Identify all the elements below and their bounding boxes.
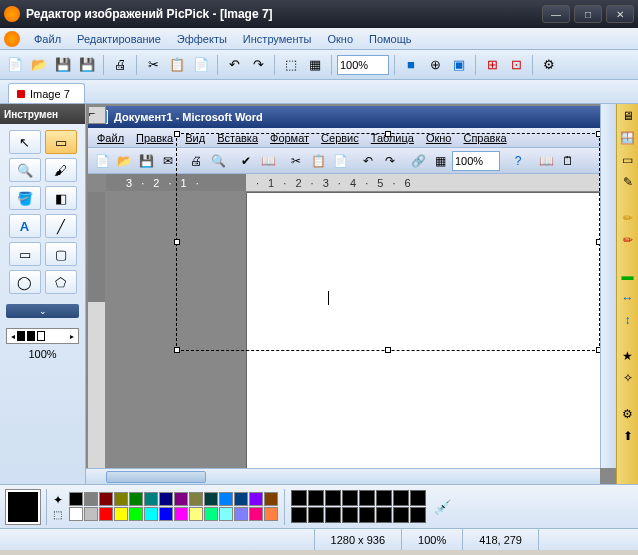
swatch[interactable] — [264, 507, 278, 521]
swatch[interactable] — [219, 507, 233, 521]
arrow-left-icon[interactable]: ↔ — [620, 290, 636, 306]
swatch[interactable] — [234, 492, 248, 506]
word-print-button[interactable]: 🖨 — [186, 151, 206, 171]
swatch[interactable] — [114, 507, 128, 521]
canvas[interactable]: Документ1 - Microsoft Word Файл Правка В… — [88, 106, 600, 468]
word-menu-edit[interactable]: Правка — [131, 130, 178, 146]
open-button[interactable]: 📂 — [28, 54, 50, 76]
word-page[interactable] — [246, 192, 600, 468]
menu-tools[interactable]: Инструменты — [235, 30, 320, 48]
word-preview-button[interactable]: 🔍 — [208, 151, 228, 171]
word-help-button[interactable]: ? — [508, 151, 528, 171]
word-research-button[interactable]: 📖 — [258, 151, 278, 171]
swatch[interactable] — [234, 507, 248, 521]
canvas-button[interactable]: ▦ — [304, 54, 326, 76]
grid2-button[interactable]: ⊡ — [505, 54, 527, 76]
swatch[interactable] — [189, 507, 203, 521]
word-menu-table[interactable]: Таблица — [366, 130, 419, 146]
menu-edit[interactable]: Редактирование — [69, 30, 169, 48]
menu-file[interactable]: Файл — [26, 30, 69, 48]
pencil-icon[interactable]: ✏ — [620, 210, 636, 226]
word-menu-view[interactable]: Вид — [180, 130, 210, 146]
tool-line[interactable]: ╱ — [45, 214, 77, 238]
copy-button[interactable]: 📋 — [166, 54, 188, 76]
thickness-slider[interactable]: ◂ ▸ — [6, 328, 79, 344]
custom-swatch[interactable] — [376, 490, 392, 506]
swatch[interactable] — [99, 492, 113, 506]
menu-effects[interactable]: Эффекты — [169, 30, 235, 48]
swatch[interactable] — [84, 492, 98, 506]
capture-screen-icon[interactable]: 🖥 — [620, 108, 636, 124]
swatch[interactable] — [129, 507, 143, 521]
tool-brush[interactable]: 🖌 — [45, 158, 77, 182]
swatch[interactable] — [219, 492, 233, 506]
swatch[interactable] — [189, 492, 203, 506]
eyedropper-small-icon[interactable]: ✦ ⬚ — [53, 493, 63, 520]
word-menu-insert[interactable]: Вставка — [212, 130, 263, 146]
capture-region-icon[interactable]: ▭ — [620, 152, 636, 168]
word-open-button[interactable]: 📂 — [114, 151, 134, 171]
close-button[interactable]: ✕ — [606, 5, 634, 23]
word-menu-window[interactable]: Окно — [421, 130, 457, 146]
swatch[interactable] — [204, 507, 218, 521]
word-markup-button[interactable]: 🗒 — [558, 151, 578, 171]
swatch[interactable] — [264, 492, 278, 506]
custom-swatch[interactable] — [342, 507, 358, 523]
custom-swatch[interactable] — [325, 490, 341, 506]
word-table-button[interactable]: ▦ — [430, 151, 450, 171]
word-spell-button[interactable]: ✔ — [236, 151, 256, 171]
tool-eraser[interactable]: ◧ — [45, 186, 77, 210]
scroll-thumb[interactable] — [106, 471, 206, 483]
tool-fill[interactable]: 🪣 — [9, 186, 41, 210]
swatch[interactable] — [159, 507, 173, 521]
word-paste-button[interactable]: 📄 — [330, 151, 350, 171]
new-button[interactable]: 📄 — [4, 54, 26, 76]
tool-polygon[interactable]: ⬠ — [45, 270, 77, 294]
marker-icon[interactable]: ✏ — [620, 232, 636, 248]
swatch[interactable] — [114, 492, 128, 506]
horizontal-scrollbar[interactable] — [86, 468, 600, 484]
ruler-vertical[interactable] — [88, 192, 106, 468]
vertical-scrollbar[interactable] — [600, 104, 616, 468]
cut-button[interactable]: ✂ — [142, 54, 164, 76]
saveas-button[interactable]: 💾 — [76, 54, 98, 76]
tool-zoom[interactable]: 🔍 — [9, 158, 41, 182]
menu-window[interactable]: Окно — [319, 30, 361, 48]
custom-swatch[interactable] — [291, 490, 307, 506]
swatch[interactable] — [174, 507, 188, 521]
tool-pointer[interactable]: ↖ — [9, 130, 41, 154]
swatch[interactable] — [99, 507, 113, 521]
fullscreen-button[interactable]: ■ — [400, 54, 422, 76]
shape-rect-icon[interactable]: ▬ — [620, 268, 636, 284]
word-copy-button[interactable]: 📋 — [308, 151, 328, 171]
custom-swatch[interactable] — [359, 490, 375, 506]
word-menu-format[interactable]: Формат — [265, 130, 314, 146]
swatch[interactable] — [249, 507, 263, 521]
custom-swatch[interactable] — [308, 490, 324, 506]
options-button[interactable]: ⚙ — [538, 54, 560, 76]
zoom-select[interactable] — [337, 55, 389, 75]
menu-help[interactable]: Помощь — [361, 30, 420, 48]
tab-image7[interactable]: Image 7 — [8, 83, 85, 103]
custom-swatch[interactable] — [376, 507, 392, 523]
word-cut-button[interactable]: ✂ — [286, 151, 306, 171]
word-link-button[interactable]: 🔗 — [408, 151, 428, 171]
tool-rect[interactable]: ▭ — [9, 242, 41, 266]
swatch[interactable] — [144, 492, 158, 506]
swatch[interactable] — [129, 492, 143, 506]
swatch[interactable] — [69, 507, 83, 521]
word-undo-button[interactable]: ↶ — [358, 151, 378, 171]
actual-button[interactable]: ▣ — [448, 54, 470, 76]
word-redo-button[interactable]: ↷ — [380, 151, 400, 171]
swatch[interactable] — [144, 507, 158, 521]
arrow-up-icon[interactable]: ↕ — [620, 312, 636, 328]
custom-swatch[interactable] — [410, 507, 426, 523]
custom-swatch[interactable] — [393, 507, 409, 523]
eyedropper-icon[interactable]: 💉 — [432, 497, 452, 517]
effect-icon[interactable]: ✧ — [620, 370, 636, 386]
tools-expander[interactable]: ⌄ — [6, 304, 79, 318]
word-mail-button[interactable]: ✉ — [158, 151, 178, 171]
custom-swatch[interactable] — [325, 507, 341, 523]
swatch[interactable] — [249, 492, 263, 506]
grid-button[interactable]: ⊞ — [481, 54, 503, 76]
